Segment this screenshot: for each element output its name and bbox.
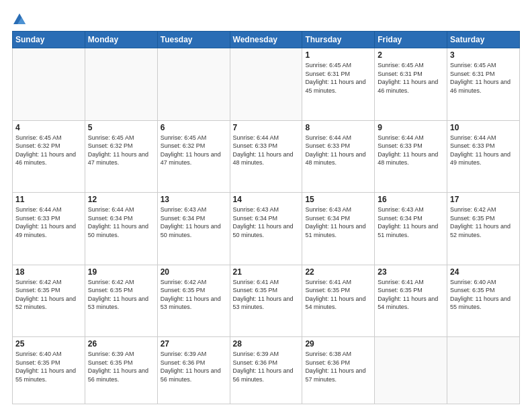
- calendar-table: SundayMondayTuesdayWednesdayThursdayFrid…: [12, 31, 520, 404]
- day-cell: [447, 337, 520, 404]
- day-info: Sunrise: 6:44 AM Sunset: 6:33 PM Dayligh…: [233, 134, 300, 167]
- day-number: 18: [15, 267, 82, 277]
- day-number: 26: [88, 339, 154, 349]
- day-number: 4: [15, 123, 82, 132]
- day-info: Sunrise: 6:39 AM Sunset: 6:35 PM Dayligh…: [88, 350, 154, 383]
- day-cell: 18Sunrise: 6:42 AM Sunset: 6:35 PM Dayli…: [13, 265, 85, 337]
- day-cell: 2Sunrise: 6:45 AM Sunset: 6:31 PM Daylig…: [375, 48, 447, 121]
- day-info: Sunrise: 6:44 AM Sunset: 6:33 PM Dayligh…: [378, 134, 444, 167]
- day-cell: 4Sunrise: 6:45 AM Sunset: 6:32 PM Daylig…: [13, 120, 85, 193]
- day-info: Sunrise: 6:45 AM Sunset: 6:32 PM Dayligh…: [88, 134, 154, 167]
- day-info: Sunrise: 6:43 AM Sunset: 6:34 PM Dayligh…: [161, 205, 227, 239]
- week-row-2: 11Sunrise: 6:44 AM Sunset: 6:33 PM Dayli…: [13, 193, 520, 265]
- week-row-4: 25Sunrise: 6:40 AM Sunset: 6:35 PM Dayli…: [13, 337, 520, 404]
- day-info: Sunrise: 6:42 AM Sunset: 6:35 PM Dayligh…: [450, 205, 517, 239]
- logo: [12, 11, 30, 27]
- day-number: 20: [161, 267, 227, 277]
- day-cell: 16Sunrise: 6:43 AM Sunset: 6:34 PM Dayli…: [375, 193, 447, 265]
- day-number: 16: [378, 195, 444, 204]
- day-number: 6: [161, 123, 227, 132]
- day-number: 22: [305, 267, 371, 277]
- day-number: 21: [233, 267, 300, 277]
- day-info: Sunrise: 6:42 AM Sunset: 6:35 PM Dayligh…: [15, 278, 82, 312]
- day-info: Sunrise: 6:39 AM Sunset: 6:36 PM Dayligh…: [161, 350, 227, 383]
- weekday-header-tuesday: Tuesday: [157, 32, 230, 48]
- day-number: 5: [88, 123, 154, 132]
- week-row-1: 4Sunrise: 6:45 AM Sunset: 6:32 PM Daylig…: [13, 120, 520, 193]
- day-info: Sunrise: 6:45 AM Sunset: 6:31 PM Dayligh…: [450, 61, 517, 95]
- day-number: 10: [450, 123, 517, 132]
- weekday-header-saturday: Saturday: [447, 32, 520, 48]
- day-cell: [375, 337, 447, 404]
- day-info: Sunrise: 6:38 AM Sunset: 6:36 PM Dayligh…: [305, 350, 371, 383]
- day-cell: 21Sunrise: 6:41 AM Sunset: 6:35 PM Dayli…: [230, 265, 302, 337]
- day-info: Sunrise: 6:44 AM Sunset: 6:33 PM Dayligh…: [450, 134, 517, 167]
- day-cell: 22Sunrise: 6:41 AM Sunset: 6:35 PM Dayli…: [302, 265, 375, 337]
- day-cell: 1Sunrise: 6:45 AM Sunset: 6:31 PM Daylig…: [302, 48, 375, 121]
- day-number: 29: [305, 339, 371, 349]
- day-number: 28: [233, 339, 300, 349]
- day-number: 7: [233, 123, 300, 132]
- day-number: 11: [15, 195, 82, 204]
- day-info: Sunrise: 6:45 AM Sunset: 6:31 PM Dayligh…: [305, 61, 371, 95]
- day-number: 24: [450, 267, 517, 277]
- day-cell: 6Sunrise: 6:45 AM Sunset: 6:32 PM Daylig…: [157, 120, 230, 193]
- day-number: 27: [161, 339, 227, 349]
- day-cell: 5Sunrise: 6:45 AM Sunset: 6:32 PM Daylig…: [85, 120, 157, 193]
- day-cell: 8Sunrise: 6:44 AM Sunset: 6:33 PM Daylig…: [302, 120, 375, 193]
- day-number: 23: [378, 267, 444, 277]
- day-number: 19: [88, 267, 154, 277]
- day-info: Sunrise: 6:43 AM Sunset: 6:34 PM Dayligh…: [378, 205, 444, 239]
- day-number: 2: [378, 50, 444, 60]
- day-cell: [157, 48, 230, 121]
- day-cell: 3Sunrise: 6:45 AM Sunset: 6:31 PM Daylig…: [447, 48, 520, 121]
- day-number: 15: [305, 195, 371, 204]
- day-cell: 19Sunrise: 6:42 AM Sunset: 6:35 PM Dayli…: [85, 265, 157, 337]
- weekday-header-monday: Monday: [85, 32, 157, 48]
- day-info: Sunrise: 6:39 AM Sunset: 6:36 PM Dayligh…: [233, 350, 300, 383]
- day-info: Sunrise: 6:45 AM Sunset: 6:32 PM Dayligh…: [15, 134, 82, 167]
- day-number: 8: [305, 123, 371, 132]
- day-info: Sunrise: 6:44 AM Sunset: 6:34 PM Dayligh…: [88, 205, 154, 239]
- day-cell: 23Sunrise: 6:41 AM Sunset: 6:35 PM Dayli…: [375, 265, 447, 337]
- day-info: Sunrise: 6:42 AM Sunset: 6:35 PM Dayligh…: [161, 278, 227, 312]
- day-number: 14: [233, 195, 300, 204]
- header: [12, 11, 520, 27]
- day-info: Sunrise: 6:43 AM Sunset: 6:34 PM Dayligh…: [305, 205, 371, 239]
- day-info: Sunrise: 6:40 AM Sunset: 6:35 PM Dayligh…: [15, 350, 82, 383]
- weekday-header-friday: Friday: [375, 32, 447, 48]
- page: SundayMondayTuesdayWednesdayThursdayFrid…: [0, 0, 532, 411]
- day-cell: 20Sunrise: 6:42 AM Sunset: 6:35 PM Dayli…: [157, 265, 230, 337]
- day-info: Sunrise: 6:44 AM Sunset: 6:33 PM Dayligh…: [305, 134, 371, 167]
- day-cell: 7Sunrise: 6:44 AM Sunset: 6:33 PM Daylig…: [230, 120, 302, 193]
- day-cell: 29Sunrise: 6:38 AM Sunset: 6:36 PM Dayli…: [302, 337, 375, 404]
- day-info: Sunrise: 6:42 AM Sunset: 6:35 PM Dayligh…: [88, 278, 154, 312]
- day-cell: 26Sunrise: 6:39 AM Sunset: 6:35 PM Dayli…: [85, 337, 157, 404]
- day-cell: 10Sunrise: 6:44 AM Sunset: 6:33 PM Dayli…: [447, 120, 520, 193]
- day-cell: 14Sunrise: 6:43 AM Sunset: 6:34 PM Dayli…: [230, 193, 302, 265]
- day-number: 3: [450, 50, 517, 60]
- day-cell: 13Sunrise: 6:43 AM Sunset: 6:34 PM Dayli…: [157, 193, 230, 265]
- day-cell: 17Sunrise: 6:42 AM Sunset: 6:35 PM Dayli…: [447, 193, 520, 265]
- day-info: Sunrise: 6:45 AM Sunset: 6:32 PM Dayligh…: [161, 134, 227, 167]
- day-cell: 12Sunrise: 6:44 AM Sunset: 6:34 PM Dayli…: [85, 193, 157, 265]
- day-cell: 25Sunrise: 6:40 AM Sunset: 6:35 PM Dayli…: [13, 337, 85, 404]
- day-cell: [13, 48, 85, 121]
- day-info: Sunrise: 6:41 AM Sunset: 6:35 PM Dayligh…: [305, 278, 371, 312]
- day-info: Sunrise: 6:40 AM Sunset: 6:35 PM Dayligh…: [450, 278, 517, 312]
- weekday-header-thursday: Thursday: [302, 32, 375, 48]
- day-cell: [230, 48, 302, 121]
- day-cell: [85, 48, 157, 121]
- day-cell: 11Sunrise: 6:44 AM Sunset: 6:33 PM Dayli…: [13, 193, 85, 265]
- day-info: Sunrise: 6:41 AM Sunset: 6:35 PM Dayligh…: [233, 278, 300, 312]
- weekday-header-wednesday: Wednesday: [230, 32, 302, 48]
- day-number: 12: [88, 195, 154, 204]
- day-info: Sunrise: 6:45 AM Sunset: 6:31 PM Dayligh…: [378, 61, 444, 95]
- day-number: 17: [450, 195, 517, 204]
- day-info: Sunrise: 6:43 AM Sunset: 6:34 PM Dayligh…: [233, 205, 300, 239]
- day-number: 9: [378, 123, 444, 132]
- weekday-header-sunday: Sunday: [13, 32, 85, 48]
- day-cell: 24Sunrise: 6:40 AM Sunset: 6:35 PM Dayli…: [447, 265, 520, 337]
- weekday-header-row: SundayMondayTuesdayWednesdayThursdayFrid…: [13, 32, 520, 48]
- week-row-0: 1Sunrise: 6:45 AM Sunset: 6:31 PM Daylig…: [13, 48, 520, 121]
